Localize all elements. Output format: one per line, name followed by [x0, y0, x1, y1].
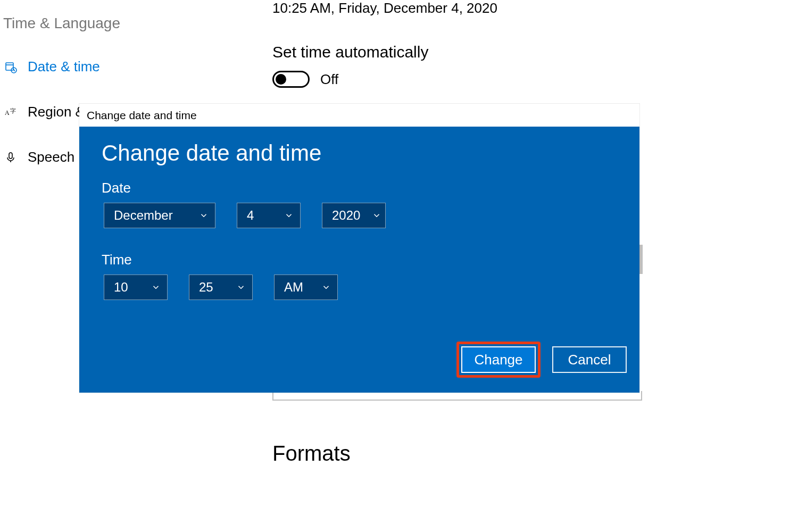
chevron-down-icon: [372, 211, 381, 220]
chevron-down-icon: [321, 282, 331, 292]
year-select[interactable]: 2020: [322, 203, 386, 228]
sidebar-item-label: Date & time: [28, 59, 100, 75]
minute-select[interactable]: 25: [189, 275, 253, 300]
month-select[interactable]: December: [104, 203, 215, 228]
calendar-clock-icon: [3, 60, 18, 74]
svg-text:字: 字: [10, 107, 16, 114]
date-select-row: December 4 2020: [102, 203, 617, 228]
ampm-select-value: AM: [284, 280, 303, 295]
chevron-down-icon: [284, 211, 294, 220]
sidebar-heading: Time & Language: [3, 15, 223, 32]
svg-line-4: [14, 70, 15, 71]
time-label: Time: [102, 252, 617, 268]
set-time-auto-label: Set time automatically: [272, 43, 751, 61]
set-time-auto-toggle[interactable]: [272, 71, 310, 88]
svg-text:A: A: [5, 109, 10, 117]
chevron-down-icon: [151, 282, 161, 292]
change-date-time-dialog: Change date and time Change date and tim…: [79, 104, 639, 393]
hour-select[interactable]: 10: [104, 275, 168, 300]
chevron-down-icon: [236, 282, 246, 292]
current-datetime: 10:25 AM, Friday, December 4, 2020: [272, 0, 751, 16]
sidebar-item-label: Speech: [28, 149, 74, 165]
set-time-auto-row: Off: [272, 71, 751, 88]
dialog-heading: Change date and time: [102, 140, 617, 166]
svg-rect-0: [6, 63, 13, 70]
toggle-knob: [276, 74, 286, 85]
minute-select-value: 25: [199, 280, 213, 295]
month-select-value: December: [114, 208, 173, 223]
sidebar-item-date-time[interactable]: Date & time: [0, 54, 223, 79]
date-label: Date: [102, 180, 617, 196]
dialog-titlebar[interactable]: Change date and time: [79, 104, 639, 127]
set-time-auto-state: Off: [320, 71, 338, 88]
cancel-button[interactable]: Cancel: [552, 346, 627, 373]
hour-select-value: 10: [114, 280, 128, 295]
day-select[interactable]: 4: [237, 203, 301, 228]
year-select-value: 2020: [332, 208, 360, 223]
dialog-actions: Change Cancel: [456, 342, 627, 378]
language-icon: A 字: [3, 105, 18, 120]
day-select-value: 4: [247, 208, 254, 223]
ampm-select[interactable]: AM: [274, 275, 338, 300]
change-button[interactable]: Change: [461, 346, 536, 373]
tutorial-highlight: Change: [456, 342, 541, 378]
svg-rect-7: [9, 153, 12, 159]
chevron-down-icon: [199, 211, 209, 220]
microphone-icon: [3, 150, 18, 165]
formats-heading: Formats: [272, 442, 351, 466]
dialog-body: Change date and time Date December 4 202…: [79, 127, 639, 313]
time-select-row: 10 25 AM: [102, 275, 617, 300]
